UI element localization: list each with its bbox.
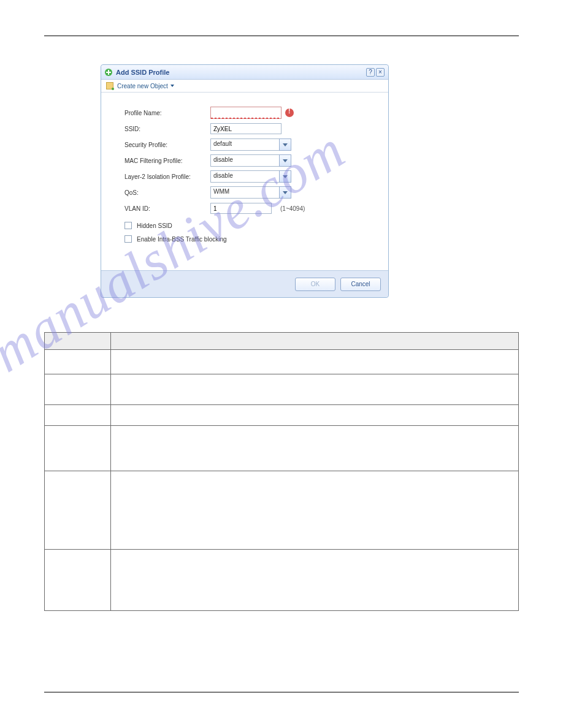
intra-bss-checkbox[interactable] <box>124 235 132 243</box>
profile-name-input[interactable] <box>210 107 282 119</box>
error-icon <box>285 108 294 117</box>
table-cell <box>45 405 111 426</box>
table-header-col2 <box>111 333 519 350</box>
layer2-isolation-select[interactable]: disable <box>210 170 291 183</box>
chevron-down-icon <box>279 186 291 199</box>
table-cell <box>111 405 519 426</box>
chevron-down-icon <box>279 170 291 183</box>
form-area: Profile Name: SSID: Security Profile: de… <box>101 93 388 270</box>
chevron-down-icon <box>170 85 174 87</box>
qos-label: QoS: <box>124 189 210 196</box>
profile-name-label: Profile Name: <box>124 110 210 116</box>
mac-filtering-value: disable <box>210 154 279 167</box>
cancel-button[interactable]: Cancel <box>340 278 381 291</box>
table-header-col1 <box>45 333 111 350</box>
table-cell <box>45 471 111 550</box>
chevron-down-icon <box>279 138 291 151</box>
dialog-titlebar: Add SSID Profile ? × <box>101 65 388 80</box>
table-cell <box>111 471 519 550</box>
vlan-id-hint: (1~4094) <box>280 205 305 212</box>
plus-icon <box>105 69 112 76</box>
table-cell <box>45 426 111 471</box>
document-icon <box>106 82 113 89</box>
bottom-divider <box>44 692 519 692</box>
ok-button[interactable]: OK <box>295 278 335 291</box>
qos-value: WMM <box>210 186 279 199</box>
table-cell <box>111 426 519 471</box>
dialog-title: Add SSID Profile <box>116 69 366 76</box>
qos-select[interactable]: WMM <box>210 186 291 199</box>
table-cell <box>45 374 111 405</box>
intra-bss-label: Enable Intra-BSS Traffic blocking <box>137 236 227 243</box>
mac-filtering-label: MAC Filtering Profile: <box>124 157 210 164</box>
table-cell <box>111 550 519 611</box>
table-cell <box>45 350 111 374</box>
ssid-input[interactable] <box>210 123 282 134</box>
hidden-ssid-checkbox[interactable] <box>124 222 132 229</box>
add-ssid-profile-dialog: Add SSID Profile ? × Create new Object P… <box>101 64 389 298</box>
table-cell <box>111 350 519 374</box>
close-icon[interactable]: × <box>376 68 385 77</box>
create-new-object-menu[interactable]: Create new Object <box>101 80 388 93</box>
layer2-isolation-value: disable <box>210 170 279 183</box>
help-icon[interactable]: ? <box>366 68 375 77</box>
vlan-id-input[interactable] <box>210 203 272 214</box>
security-profile-select[interactable]: default <box>210 138 291 151</box>
description-table <box>44 332 519 611</box>
security-profile-label: Security Profile: <box>124 142 210 148</box>
mac-filtering-select[interactable]: disable <box>210 154 291 167</box>
dialog-buttonbar: OK Cancel <box>101 270 388 297</box>
top-divider <box>44 36 519 36</box>
hidden-ssid-label: Hidden SSID <box>137 222 172 229</box>
ssid-label: SSID: <box>124 126 210 132</box>
create-new-object-label: Create new Object <box>117 83 168 89</box>
table-cell <box>45 550 111 611</box>
security-profile-value: default <box>210 138 279 151</box>
vlan-id-label: VLAN ID: <box>124 205 210 212</box>
chevron-down-icon <box>279 154 291 167</box>
layer2-isolation-label: Layer-2 Isolation Profile: <box>124 173 210 180</box>
table-cell <box>111 374 519 405</box>
